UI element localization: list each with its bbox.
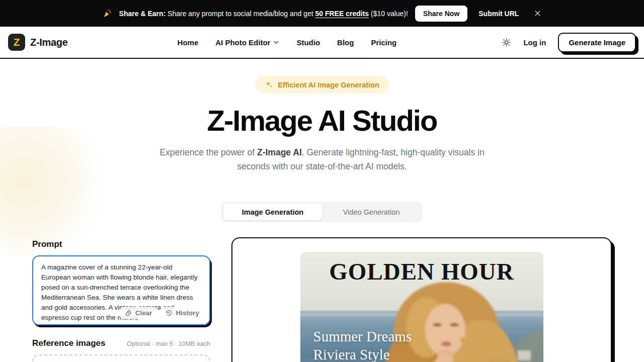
- banner-label: Share & Earn:: [119, 10, 166, 18]
- nav-item-label: Blog: [337, 38, 354, 47]
- subtitle-prefix: Experience the power of: [159, 147, 257, 157]
- preview-card: GOLDEN HOUR Summer Dreams Riviera Style: [231, 237, 612, 362]
- promo-banner: Share & Earn: Share any prompt to social…: [0, 0, 644, 27]
- logo-icon: Z: [8, 34, 25, 51]
- magazine-title: GOLDEN HOUR: [300, 258, 543, 285]
- generation-controls: Prompt A magazine cover of a stunning 22…: [32, 237, 210, 362]
- party-popper-icon: [103, 9, 112, 18]
- banner-suffix: ($10 value)!: [369, 10, 408, 18]
- close-icon: [534, 10, 541, 17]
- tab-image-generation[interactable]: Image Generation: [223, 204, 322, 220]
- banner-text: Share & Earn: Share any prompt to social…: [119, 10, 408, 18]
- reference-images-heading: Reference images: [32, 338, 106, 348]
- brand-logo[interactable]: Z Z-Image: [8, 34, 68, 51]
- main-content: Prompt A magazine cover of a stunning 22…: [0, 237, 644, 362]
- nav-menu: Home AI Photo Editor Studio Blog Pricing: [178, 38, 397, 47]
- prompt-heading: Prompt: [32, 239, 210, 249]
- nav-item-pricing[interactable]: Pricing: [371, 38, 396, 47]
- hero-section: Efficient AI Image Generation Z-Image AI…: [0, 59, 644, 173]
- caption-line-1: Summer Dreams: [313, 327, 412, 345]
- nav-item-ai-photo-editor[interactable]: AI Photo Editor: [215, 38, 279, 47]
- generated-image-preview[interactable]: GOLDEN HOUR Summer Dreams Riviera Style: [300, 252, 543, 362]
- hero-badge-label: Efficient AI Image Generation: [278, 81, 379, 89]
- submit-url-button[interactable]: Submit URL: [478, 10, 519, 18]
- banner-close-button[interactable]: [534, 10, 541, 17]
- share-now-button[interactable]: Share Now: [415, 6, 467, 22]
- chevron-down-icon: [273, 39, 279, 45]
- nav-right: Log in Generate Image: [502, 33, 636, 52]
- page-subtitle: Experience the power of Z-Image AI. Gene…: [146, 145, 498, 173]
- reference-upload-dropzone[interactable]: [32, 354, 210, 362]
- history-clock-icon: [165, 309, 173, 317]
- nav-item-label: Studio: [296, 38, 320, 47]
- mode-tabs: Image Generation Video Generation: [221, 202, 423, 222]
- clear-button[interactable]: Clear: [120, 307, 157, 319]
- tab-video-generation[interactable]: Video Generation: [322, 204, 421, 220]
- login-link[interactable]: Log in: [523, 38, 546, 47]
- logo-letter: Z: [14, 37, 20, 48]
- subtitle-brand: Z-Image AI: [257, 147, 302, 157]
- sun-icon: [502, 38, 511, 47]
- reference-images-hint: Optional · max 5 · 10MB each: [127, 340, 210, 347]
- hero-badge: Efficient AI Image Generation: [255, 76, 389, 94]
- prompt-field-wrap: A magazine cover of a stunning 22-year-o…: [32, 255, 210, 325]
- nav-item-label: Pricing: [371, 38, 396, 47]
- nav-item-label: AI Photo Editor: [215, 38, 270, 47]
- sparkles-icon: [265, 80, 273, 89]
- nav-item-blog[interactable]: Blog: [337, 38, 354, 47]
- eraser-icon: [125, 309, 132, 317]
- caption-line-2: Riviera Style: [313, 345, 412, 362]
- generate-image-button[interactable]: Generate Image: [558, 33, 636, 52]
- page-title: Z-Image AI Studio: [0, 104, 644, 137]
- page: Share & Earn: Share any prompt to social…: [0, 0, 644, 362]
- magazine-caption: Summer Dreams Riviera Style: [313, 327, 412, 362]
- brand-name: Z-Image: [30, 37, 68, 48]
- banner-message: Share any prompt to social media/blog an…: [166, 10, 315, 18]
- nav-item-home[interactable]: Home: [178, 38, 199, 47]
- navbar: Z Z-Image Home AI Photo Editor Studio Bl…: [0, 27, 644, 59]
- banner-credits-link[interactable]: 50 FREE credits: [315, 10, 369, 18]
- clear-label: Clear: [135, 309, 152, 317]
- nav-item-label: Home: [178, 38, 199, 47]
- history-button[interactable]: History: [160, 307, 204, 319]
- theme-toggle-button[interactable]: [502, 38, 511, 47]
- nav-item-studio[interactable]: Studio: [296, 38, 320, 47]
- reference-images-header: Reference images Optional · max 5 · 10MB…: [32, 338, 210, 348]
- prompt-actions: Clear History: [120, 307, 204, 319]
- history-label: History: [176, 309, 199, 317]
